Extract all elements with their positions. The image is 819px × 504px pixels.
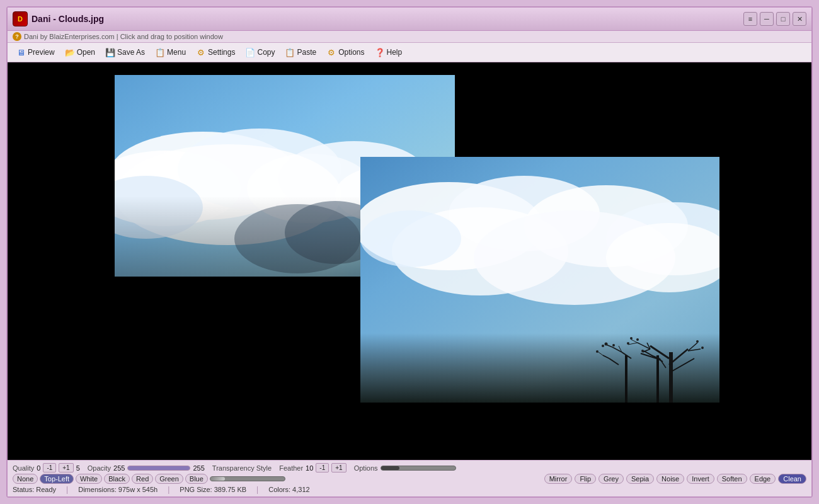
svg-point-57	[596, 350, 598, 353]
preview-button[interactable]: 🖥 Preview	[11, 45, 59, 60]
saveas-label: Save As	[117, 48, 145, 57]
png-size-info: PNG Size: 389.75 KB	[180, 486, 246, 493]
colors-info: Colors: 4,312	[268, 486, 309, 493]
main-window: D Dani - Clouds.jpg ≡ ─ □ ✕ ? Dani by Bl…	[6, 6, 813, 498]
title-controls: ≡ ─ □ ✕	[743, 12, 806, 26]
svg-rect-26	[656, 355, 659, 403]
svg-point-39	[636, 338, 639, 341]
color-slider-fill	[210, 477, 226, 481]
menu-label: Menu	[167, 48, 186, 57]
status-ready: Status: Ready	[13, 486, 56, 493]
clean-button[interactable]: Clean	[778, 474, 806, 484]
save-icon: 💾	[105, 47, 115, 57]
status-row1: Quality 0 -1 +1 5 Opacity 255 255 Transp…	[13, 463, 806, 472]
separator2: |	[168, 485, 169, 494]
svg-rect-59	[115, 277, 360, 403]
style-none-button[interactable]: None	[13, 474, 38, 484]
minimize-button[interactable]: ─	[760, 12, 774, 26]
svg-point-43	[701, 346, 704, 349]
opacity-label: Opacity	[88, 464, 111, 472]
help-label: Help	[387, 48, 403, 57]
color-slider[interactable]	[210, 476, 285, 481]
feather-label: Feather	[279, 464, 303, 472]
opacity-slider[interactable]	[127, 466, 190, 471]
options-slider[interactable]	[381, 466, 456, 471]
close-button[interactable]: ✕	[793, 12, 806, 26]
quality-group: Quality 0 -1 +1 5	[13, 463, 80, 472]
title-left: D Dani - Clouds.jpg	[13, 11, 104, 26]
flip-button[interactable]: Flip	[575, 474, 596, 484]
transparency-style-group: Transparency Style	[212, 464, 272, 472]
options-group-label: Options	[354, 464, 456, 472]
quality-plus-button[interactable]: +1	[59, 463, 73, 472]
opacity-value1: 255	[113, 464, 125, 472]
paste-button[interactable]: 📋 Paste	[280, 45, 321, 60]
help-icon-small: ?	[13, 32, 21, 41]
dimensions-info: Dimensions: 975w x 545h	[78, 486, 158, 493]
toolbar: 🖥 Preview 📂 Open 💾 Save As 📋 Menu ⚙ Sett…	[8, 43, 811, 62]
feather-minus-button[interactable]: -1	[316, 463, 329, 472]
paste-icon: 📋	[285, 47, 295, 57]
svg-point-51	[605, 343, 608, 346]
transparency-style-label: Transparency Style	[212, 464, 272, 472]
noise-button[interactable]: Noise	[656, 474, 684, 484]
preview-icon: 🖥	[16, 47, 26, 57]
feather-plus-button[interactable]: +1	[331, 463, 346, 472]
options-label: Options	[354, 464, 378, 472]
mirror-button[interactable]: Mirror	[544, 474, 573, 484]
status-row3: Status: Ready | Dimensions: 975w x 545h …	[13, 485, 806, 494]
invert-button[interactable]: Invert	[687, 474, 714, 484]
opacity-slider-fill	[128, 466, 190, 470]
style-green-button[interactable]: Green	[155, 474, 183, 484]
maximize-button[interactable]: □	[776, 12, 790, 26]
paste-label: Paste	[297, 48, 316, 57]
effects-group: Mirror Flip Grey Sepia Noise Invert Soft…	[544, 474, 806, 484]
quality-max: 5	[76, 464, 80, 472]
svg-point-52	[602, 345, 604, 347]
saveas-button[interactable]: 💾 Save As	[101, 45, 149, 60]
options-slider-fill	[381, 466, 400, 470]
soften-button[interactable]: Soften	[717, 474, 747, 484]
quality-minus-button[interactable]: -1	[43, 463, 56, 472]
app-icon: D	[13, 11, 28, 26]
style-blue-button[interactable]: Blue	[185, 474, 208, 484]
canvas-area	[8, 62, 811, 460]
svg-point-53	[612, 344, 615, 346]
image-canvas[interactable]	[8, 62, 789, 428]
style-black-button[interactable]: Black	[104, 474, 130, 484]
svg-point-23	[360, 210, 461, 267]
options-button[interactable]: ⚙ Options	[322, 45, 369, 60]
edge-button[interactable]: Edge	[750, 474, 776, 484]
open-button[interactable]: 📂 Open	[60, 45, 100, 60]
title-bar: D Dani - Clouds.jpg ≡ ─ □ ✕	[8, 8, 811, 31]
status-bar: Quality 0 -1 +1 5 Opacity 255 255 Transp…	[8, 460, 811, 496]
subtitle-text: Dani by BlaizEnterprises.com | Click and…	[24, 33, 223, 40]
copy-icon: 📄	[245, 47, 255, 57]
options-toolbar-icon: ⚙	[326, 47, 336, 57]
opacity-value2: 255	[193, 464, 204, 472]
sepia-button[interactable]: Sepia	[626, 474, 654, 484]
style-red-button[interactable]: Red	[132, 474, 153, 484]
options-label: Options	[338, 48, 364, 57]
help-button[interactable]: ❓ Help	[370, 45, 407, 60]
help-icon: ❓	[375, 47, 385, 57]
svg-point-22	[606, 223, 732, 292]
feather-group: Feather 10 -1 +1	[279, 463, 346, 472]
settings-icon: ⚙	[196, 47, 206, 57]
style-white-button[interactable]: White	[76, 474, 102, 484]
separator3: |	[256, 485, 258, 494]
menu-button[interactable]: ≡	[743, 12, 757, 26]
style-topleft-button[interactable]: Top-Left	[40, 474, 74, 484]
settings-button[interactable]: ⚙ Settings	[192, 45, 239, 60]
copy-label: Copy	[257, 48, 275, 57]
settings-label: Settings	[208, 48, 235, 57]
grey-button[interactable]: Grey	[598, 474, 624, 484]
quality-value: 0	[37, 464, 40, 472]
menu-toolbar-button[interactable]: 📋 Menu	[151, 45, 190, 60]
open-icon: 📂	[65, 47, 75, 57]
copy-button[interactable]: 📄 Copy	[241, 45, 279, 60]
opacity-group: Opacity 255 255	[88, 464, 205, 472]
svg-rect-25	[669, 352, 673, 403]
svg-point-42	[696, 340, 699, 343]
menu-icon: 📋	[155, 47, 165, 57]
